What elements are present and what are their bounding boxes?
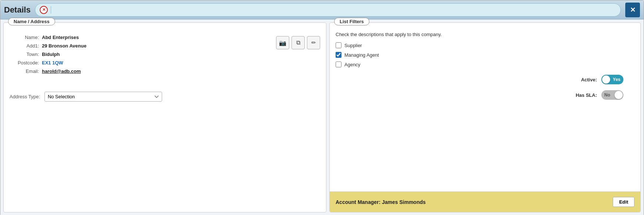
supplier-checkbox[interactable] bbox=[336, 42, 341, 48]
main-window: Details Name / Address Name: Abd Enterpr… bbox=[0, 0, 644, 215]
address-type-row: Address Type: No Selection bbox=[10, 92, 320, 102]
active-toggle[interactable]: Yes bbox=[601, 75, 623, 84]
search-input[interactable] bbox=[54, 7, 616, 13]
managing-agent-label[interactable]: Managing Agent bbox=[344, 52, 379, 58]
name-address-tab[interactable]: Name / Address bbox=[8, 18, 55, 25]
agency-checkbox-row: Agency bbox=[336, 61, 634, 67]
edit-icon-button[interactable]: ✏ bbox=[307, 36, 320, 49]
email-field-row: Email: harold@adb.com bbox=[10, 68, 269, 74]
list-filters-description: Check the descriptions that apply to thi… bbox=[336, 32, 634, 37]
has-sla-label: Has SLA: bbox=[576, 92, 597, 98]
address-fields: Name: Abd Enterprises Add1: 29 Bronson A… bbox=[10, 35, 269, 77]
search-bar bbox=[35, 3, 621, 17]
add1-label: Add1: bbox=[10, 43, 39, 49]
right-panel-content: Check the descriptions that apply to thi… bbox=[330, 23, 640, 191]
name-value: Abd Enterprises bbox=[42, 35, 79, 40]
search-clear-button[interactable] bbox=[40, 6, 48, 14]
add1-field-row: Add1: 29 Bronson Avenue bbox=[10, 43, 269, 49]
window-title: Details bbox=[4, 5, 31, 15]
has-sla-toggle[interactable]: No bbox=[601, 90, 623, 100]
town-value: Bidulph bbox=[42, 52, 60, 57]
address-section: Name: Abd Enterprises Add1: 29 Bronson A… bbox=[10, 35, 320, 77]
email-value[interactable]: harold@adb.com bbox=[42, 68, 81, 74]
account-manager-text: Account Manager: James Simmonds bbox=[336, 199, 426, 205]
has-sla-toggle-text: No bbox=[604, 92, 610, 98]
list-filters-tab[interactable]: List Filters bbox=[334, 18, 369, 25]
supplier-checkbox-row: Supplier bbox=[336, 42, 634, 48]
has-sla-toggle-knob bbox=[615, 91, 623, 99]
account-manager-label: Account Manager: bbox=[336, 199, 382, 205]
postcode-label: Postcode: bbox=[10, 60, 39, 66]
account-manager-edit-button[interactable]: Edit bbox=[613, 197, 634, 207]
right-panel: List Filters Check the descriptions that… bbox=[329, 22, 641, 212]
address-type-label: Address Type: bbox=[10, 94, 40, 99]
window-close-button[interactable] bbox=[625, 3, 640, 17]
supplier-label[interactable]: Supplier bbox=[344, 43, 362, 48]
account-manager-name: James Simmonds bbox=[382, 199, 426, 205]
agency-label[interactable]: Agency bbox=[344, 62, 360, 67]
toggle-section: Active: Yes Has SLA: No bbox=[336, 75, 634, 100]
name-label: Name: bbox=[10, 35, 39, 40]
address-type-select[interactable]: No Selection bbox=[44, 92, 162, 102]
search-divider bbox=[51, 6, 51, 14]
icon-row: 📷 ⧉ ✏ bbox=[276, 36, 320, 49]
active-toggle-row: Active: Yes bbox=[581, 75, 623, 84]
town-label: Town: bbox=[10, 52, 39, 57]
town-field-row: Town: Bidulph bbox=[10, 52, 269, 57]
title-bar: Details bbox=[0, 0, 644, 20]
camera-button[interactable]: 📷 bbox=[276, 36, 289, 49]
agency-checkbox[interactable] bbox=[336, 61, 341, 67]
left-panel: Name / Address Name: Abd Enterprises Add… bbox=[3, 22, 326, 212]
add1-value: 29 Bronson Avenue bbox=[42, 43, 86, 49]
email-label: Email: bbox=[10, 68, 39, 74]
active-label: Active: bbox=[581, 77, 597, 82]
has-sla-toggle-row: Has SLA: No bbox=[576, 90, 623, 100]
account-manager-bar: Account Manager: James Simmonds Edit bbox=[330, 191, 640, 212]
camera-icon: 📷 bbox=[279, 39, 286, 46]
copy-button[interactable]: ⧉ bbox=[291, 36, 305, 49]
postcode-value: EX1 1QW bbox=[42, 60, 63, 66]
managing-agent-checkbox-row: Managing Agent bbox=[336, 52, 634, 58]
active-toggle-text: Yes bbox=[613, 77, 620, 82]
name-field-row: Name: Abd Enterprises bbox=[10, 35, 269, 40]
copy-icon: ⧉ bbox=[296, 39, 300, 46]
active-toggle-knob bbox=[602, 75, 610, 84]
action-icons: 📷 ⧉ ✏ bbox=[276, 36, 320, 77]
content-area: Name / Address Name: Abd Enterprises Add… bbox=[0, 20, 644, 215]
managing-agent-checkbox[interactable] bbox=[336, 52, 341, 58]
postcode-field-row: Postcode: EX1 1QW bbox=[10, 60, 269, 66]
pencil-icon: ✏ bbox=[311, 39, 316, 46]
